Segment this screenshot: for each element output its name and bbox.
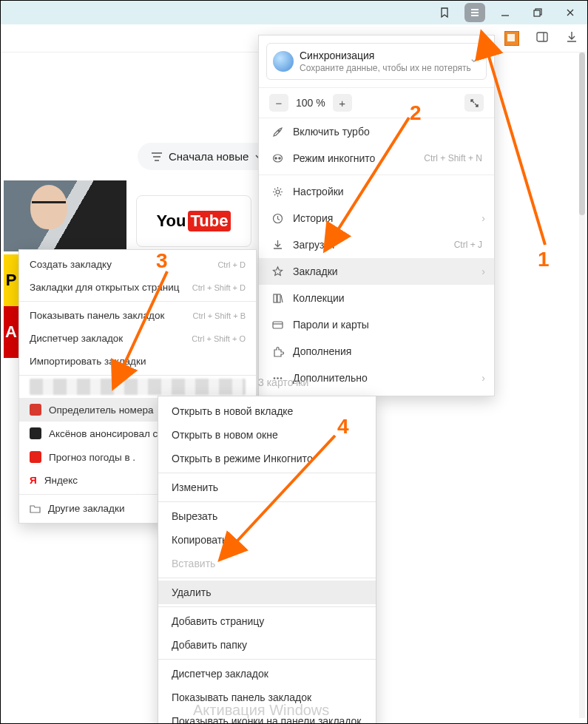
globe-icon [273,51,294,72]
bookmark-action[interactable]: Создать закладкуCtrl + D [19,253,256,276]
clock-icon [271,212,284,225]
other-bookmarks-label: Другие закладки [48,503,124,514]
vertical-scrollbar[interactable] [579,53,585,718]
zoom-out-button[interactable]: − [269,94,288,112]
bookmark-action[interactable]: Импортировать закладки [19,350,256,373]
menu-item-clock[interactable]: История › [259,205,494,231]
svg-point-6 [278,157,280,158]
extension-icon[interactable] [504,31,519,46]
menu-item-label: Режим инкогнито [293,152,375,164]
context-menu-item[interactable]: Вырезать [158,504,376,528]
context-menu-item[interactable]: Изменить [158,476,376,499]
zoom-controls: − 100 % + [259,87,494,118]
menu-item-label: Загрузки [293,239,334,251]
svg-rect-9 [274,294,277,302]
svg-rect-1 [534,10,540,16]
chevron-right-icon: › [481,212,485,224]
bookmark-action[interactable]: Показывать панель закладокCtrl + Shift +… [19,304,256,327]
menu-item-label: История [293,212,333,224]
card-icon [271,318,284,331]
main-dropdown-menu: Синхронизация Сохраните данные, чтобы их… [258,35,495,396]
sort-label: Сначала новые [169,150,249,163]
annotation-1: 1 [538,248,550,271]
puzzle-icon [271,345,284,358]
svg-rect-11 [273,322,283,328]
sync-title: Синхронизация [300,50,479,61]
menu-item-label: Закладки [293,265,338,277]
card-thumbnail-youtube[interactable]: YouTube [136,195,251,247]
svg-point-3 [278,130,280,132]
context-menu-item[interactable]: Открыть в режиме Инкогнито [158,447,376,470]
bookmark-item-blurred[interactable] [30,379,246,395]
sync-promo[interactable]: Синхронизация Сохраните данные, чтобы их… [266,43,487,80]
menu-item-download[interactable]: Загрузки Ctrl + J [259,231,494,258]
context-menu-item[interactable]: Удалить [158,581,376,604]
sidebar-icon[interactable] [535,30,549,47]
maximize-button[interactable] [525,2,550,23]
context-menu-item[interactable]: Копировать [158,528,376,552]
menu-item-rocket[interactable]: Включить турбо [259,118,494,145]
main-menu-button[interactable] [464,3,485,22]
menu-item-shortcut: Ctrl + J [454,240,482,250]
svg-point-5 [274,157,276,158]
close-button[interactable] [558,2,583,23]
annotation-2: 2 [410,101,422,125]
download-icon [271,238,284,251]
card-thumbnail-person[interactable] [4,180,126,251]
context-menu-item[interactable]: Добавить страницу [158,609,376,633]
bookmark-action[interactable]: Закладки для открытых страницCtrl + Shif… [19,276,256,299]
context-menu-item[interactable]: Добавить папку [158,633,376,657]
menu-item-collection[interactable]: Коллекции [259,285,494,311]
mask-icon [271,152,284,165]
zoom-in-button[interactable]: + [333,94,352,112]
window-titlebar [1,1,587,24]
windows-activation-watermark: Активация Windows [193,702,329,719]
menu-item-label: Включить турбо [293,126,370,138]
card-thumbnail-strip: PA [4,254,18,358]
downloads-icon[interactable] [565,30,578,47]
sort-button[interactable]: Сначала новые [138,143,277,170]
svg-rect-10 [277,294,280,302]
context-menu-item[interactable]: Диспетчер закладок [158,662,376,686]
menu-item-card[interactable]: Пароли и карты [259,311,494,338]
context-menu-item: Вставить [158,552,376,575]
menu-item-puzzle[interactable]: Дополнения [259,338,494,365]
svg-point-7 [276,190,280,194]
menu-item-label: Пароли и карты [293,319,369,331]
chevron-down-icon: ⌄ [469,51,479,65]
cards-count-label: 3 карточки [258,376,308,388]
sync-subtitle: Сохраните данные, чтобы их не потерять [300,63,479,73]
bookmark-page-icon[interactable] [432,2,457,23]
rocket-icon [271,125,284,138]
star-icon [271,265,284,278]
menu-item-star[interactable]: Закладки › [259,258,494,285]
gear-icon [271,185,284,198]
annotation-3: 3 [156,249,168,273]
chevron-right-icon: › [481,372,485,384]
bookmark-action[interactable]: Диспетчер закладокCtrl + Shift + O [19,327,256,350]
folder-icon [30,503,41,514]
menu-item-label: Дополнения [293,345,351,357]
menu-item-label: Настройки [293,186,344,197]
zoom-value: 100 % [296,97,325,109]
menu-item-shortcut: Ctrl + Shift + N [424,153,482,163]
minimize-button[interactable] [493,2,518,23]
menu-item-mask[interactable]: Режим инкогнито Ctrl + Shift + N [259,145,494,172]
svg-rect-2 [537,33,547,41]
chevron-right-icon: › [481,265,485,277]
annotation-4: 4 [337,415,349,439]
collection-icon [271,291,284,305]
menu-item-label: Коллекции [293,292,345,304]
fullscreen-button[interactable] [464,94,484,112]
menu-item-gear[interactable]: Настройки [259,178,494,205]
bookmark-context-menu: Открыть в новой вкладкеОткрыть в новом о… [158,396,376,724]
